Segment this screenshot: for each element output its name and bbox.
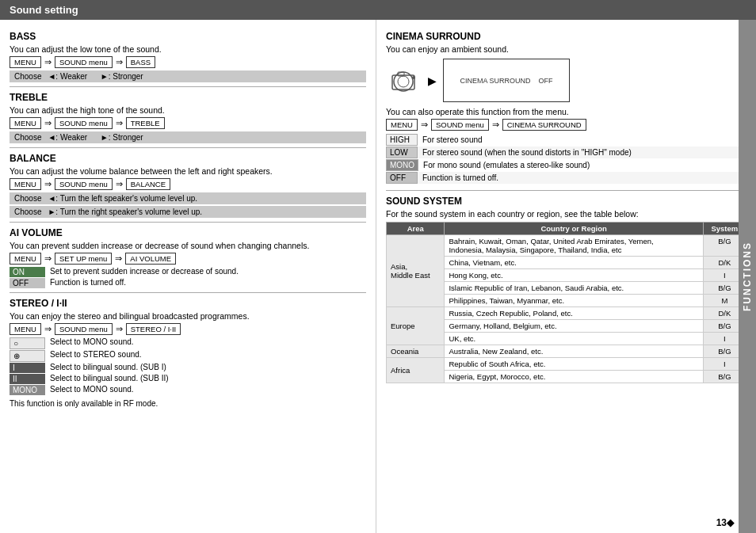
ai-vol-off-row: OFF Function is turned off. xyxy=(10,278,366,288)
bass-arrow1: ⇒ xyxy=(44,57,52,67)
cinema-cs-btn[interactable]: CINEMA SURROUND xyxy=(502,119,586,131)
treble-treble-btn[interactable]: TREBLE xyxy=(126,117,165,129)
cs-low-label: LOW xyxy=(386,147,418,158)
bass-title: BASS xyxy=(10,31,366,42)
stereo-ii-label: II xyxy=(10,374,45,384)
country-nigeria: Nigeria, Egypt, Morocco, etc. xyxy=(445,371,703,383)
stereo-stereo-label: ⊕ xyxy=(10,350,45,362)
stereo-mono-label: MONO xyxy=(10,385,45,395)
main-content: BASS You can adjust the low tone of the … xyxy=(0,20,756,533)
ai-vol-arrow2: ⇒ xyxy=(115,253,122,264)
treble-choose-content: ◄: Weaker ►: Stronger xyxy=(48,133,143,142)
area-oceania: Oceania xyxy=(387,345,445,358)
page-number: 13◆ xyxy=(716,517,734,528)
treble-arrow1: ⇒ xyxy=(44,118,52,128)
area-asia: Asia,Middle East xyxy=(387,235,445,307)
stereo-sound-menu-btn[interactable]: SOUND menu xyxy=(55,323,113,335)
country-china: China, Vietnam, etc. xyxy=(445,257,703,269)
table-header-area: Area xyxy=(387,223,445,235)
ai-vol-arrow1: ⇒ xyxy=(44,253,52,264)
ai-vol-setup-menu-btn[interactable]: SET UP menu xyxy=(55,253,112,265)
stereo-option-mono: MONO Select to MONO sound. xyxy=(10,385,366,395)
cinema-surround-box: CINEMA SURROUND OFF xyxy=(443,59,570,102)
cs-mode-high: HIGH For stereo sound xyxy=(386,134,746,146)
cinema-surround-title: CINEMA SURROUND xyxy=(386,31,746,42)
balance-menu-btn[interactable]: MENU xyxy=(10,178,41,190)
cs-low-text: For stereo sound (when the sound distort… xyxy=(422,148,632,157)
country-germany: Germany, Holland, Belgium, etc. xyxy=(445,320,703,333)
stereo-mono-circle-text: Select to MONO sound. xyxy=(50,337,134,346)
balance-arrow2: ⇒ xyxy=(116,179,123,189)
treble-desc: You can adjust the high tone of the soun… xyxy=(10,105,366,115)
stereo-mono-text: Select to MONO sound. xyxy=(50,385,134,394)
ai-volume-menu-row: MENU ⇒ SET UP menu ⇒ AI VOLUME xyxy=(10,253,366,265)
stereo-i-label: I xyxy=(10,363,45,373)
balance-choose-label-2: Choose xyxy=(14,207,41,216)
stereo-arrow1: ⇒ xyxy=(44,324,52,334)
cs-high-text: For stereo sound xyxy=(422,135,483,144)
area-africa: Africa xyxy=(387,358,445,383)
table-row: Oceania Australia, New Zealand, etc. B/G xyxy=(387,345,746,358)
treble-title: TREBLE xyxy=(10,92,366,103)
stereo-footnote: This function is only available in RF mo… xyxy=(10,399,366,408)
ai-vol-on-label: ON xyxy=(10,267,45,277)
treble-menu-btn[interactable]: MENU xyxy=(10,117,41,129)
cinema-surround-screen-label: CINEMA SURROUND OFF xyxy=(460,77,552,85)
table-header-country: Country or Region xyxy=(445,223,703,235)
bass-bass-btn[interactable]: BASS xyxy=(126,56,155,68)
ai-vol-ai-btn[interactable]: AI VOLUME xyxy=(125,253,176,265)
country-iran: Islamic Republic of Iran, Lebanon, Saudi… xyxy=(445,282,703,295)
cinema-menu-row: MENU ⇒ SOUND menu ⇒ CINEMA SURROUND xyxy=(386,119,746,131)
stereo-stereo-btn[interactable]: STEREO / I·II xyxy=(126,323,181,335)
area-europe: Europe xyxy=(387,307,445,345)
sound-system-title: SOUND SYSTEM xyxy=(386,196,746,207)
ai-vol-menu-btn[interactable]: MENU xyxy=(10,253,41,265)
balance-desc: You can adjust the volume balance betwee… xyxy=(10,166,366,176)
functions-label: FUNCTIONS xyxy=(742,242,753,311)
page-container: Sound setting BASS You can adjust the lo… xyxy=(0,0,756,533)
treble-menu-row: MENU ⇒ SOUND menu ⇒ TREBLE xyxy=(10,117,366,129)
bass-choose-row: Choose ◄: Weaker ►: Stronger xyxy=(10,70,366,82)
balance-choose-content-1: ◄: Turn the left speaker's volume level … xyxy=(48,194,197,203)
cs-mode-mono: MONO For mono sound (emulates a stereo-l… xyxy=(386,159,746,171)
treble-arrow2: ⇒ xyxy=(116,118,123,128)
cinema-arrow: ▶ xyxy=(428,74,437,87)
country-south-africa: Republic of South Africa, etc. xyxy=(445,358,703,371)
balance-menu-row: MENU ⇒ SOUND menu ⇒ BALANCE xyxy=(10,178,366,190)
cs-off-text: Function is turned off. xyxy=(422,173,498,182)
balance-balance-btn[interactable]: BALANCE xyxy=(126,178,170,190)
bass-menu-btn[interactable]: MENU xyxy=(10,56,41,68)
treble-choose-row: Choose ◄: Weaker ►: Stronger xyxy=(10,131,366,143)
country-philippines: Philippines, Taiwan, Myanmar, etc. xyxy=(445,295,703,307)
cs-mode-low: LOW For stereo sound (when the sound dis… xyxy=(386,147,746,158)
ai-vol-off-text: Function is turned off. xyxy=(50,278,126,287)
stereo-arrow2: ⇒ xyxy=(116,324,123,334)
balance-choose-row-1: Choose ◄: Turn the left speaker's volume… xyxy=(10,192,366,204)
bass-sound-menu-btn[interactable]: SOUND menu xyxy=(55,56,113,68)
stereo-option-ii: II Select to bilingual sound. (SUB II) xyxy=(10,374,366,384)
cs-off-label: OFF xyxy=(386,172,418,184)
balance-choose-content-2: ►: Turn the right speaker's volume level… xyxy=(48,207,202,216)
page-header: Sound setting xyxy=(0,0,756,20)
camera-icon xyxy=(386,66,422,96)
stereo-menu-btn[interactable]: MENU xyxy=(10,323,41,335)
stereo-ii-text: Select to bilingual sound. (SUB II) xyxy=(50,374,169,383)
ai-volume-desc: You can prevent sudden increase or decre… xyxy=(10,241,366,250)
bass-choose-label: Choose xyxy=(14,72,41,81)
bass-menu-row: MENU ⇒ SOUND menu ⇒ BASS xyxy=(10,56,366,68)
country-australia: Australia, New Zealand, etc. xyxy=(445,345,703,358)
page-title: Sound setting xyxy=(10,4,78,16)
balance-choose-row-2: Choose ►: Turn the right speaker's volum… xyxy=(10,206,366,218)
balance-sound-menu-btn[interactable]: SOUND menu xyxy=(55,178,113,190)
table-row: Africa Republic of South Africa, etc. I xyxy=(387,358,746,371)
cinema-menu-btn[interactable]: MENU xyxy=(386,119,418,131)
balance-choose-label-1: Choose xyxy=(14,194,41,203)
balance-arrow1: ⇒ xyxy=(44,179,52,189)
treble-sound-menu-btn[interactable]: SOUND menu xyxy=(55,117,113,129)
cs-high-label: HIGH xyxy=(386,134,418,146)
bass-desc: You can adjust the low tone of the sound… xyxy=(10,44,366,54)
cs-mono-label: MONO xyxy=(386,159,418,171)
cinema-sound-menu-btn[interactable]: SOUND menu xyxy=(431,119,489,131)
svg-point-4 xyxy=(412,76,415,79)
stereo-stereo-text: Select to STEREO sound. xyxy=(50,350,142,359)
